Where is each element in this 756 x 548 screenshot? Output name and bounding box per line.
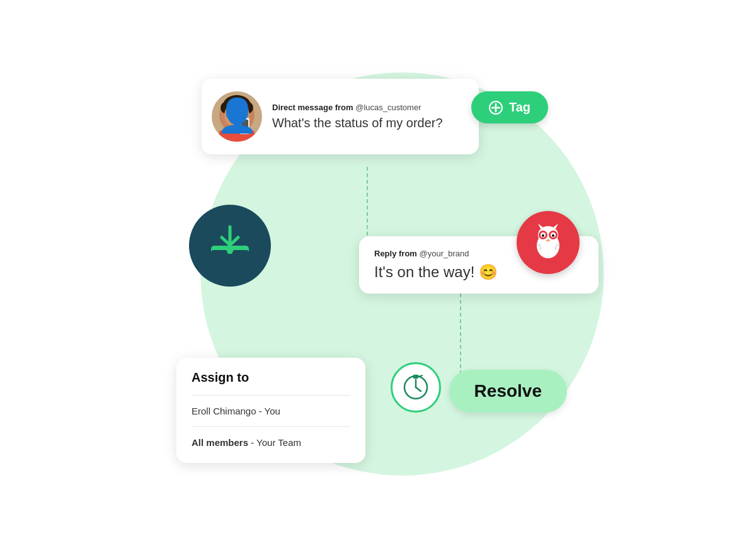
svg-point-11 xyxy=(241,111,244,115)
tag-button[interactable]: Tag xyxy=(471,91,548,123)
inbox-download-icon xyxy=(208,224,252,268)
main-scene: Tag xyxy=(120,28,636,520)
message-sender: Direct message from @lucas_customer xyxy=(272,103,443,112)
assign-title: Assign to xyxy=(192,370,350,385)
assign-option-1[interactable]: Eroll Chimango - You xyxy=(192,403,350,419)
clock-icon-circle xyxy=(391,362,441,413)
svg-line-33 xyxy=(419,375,422,377)
svg-line-31 xyxy=(416,387,421,391)
message-content: Direct message from @lucas_customer What… xyxy=(272,103,443,130)
svg-rect-14 xyxy=(241,120,248,131)
assign-option-2[interactable]: All members - Your Team xyxy=(192,435,350,450)
svg-point-3 xyxy=(219,98,255,133)
tag-button-label: Tag xyxy=(509,100,530,115)
svg-point-10 xyxy=(231,111,234,115)
svg-rect-12 xyxy=(219,130,255,142)
inbox-icon-circle xyxy=(189,205,271,287)
assign-name-1: Eroll Chimango xyxy=(192,406,256,416)
hootsuite-owl-icon xyxy=(529,224,567,261)
assign-suffix-2: - Your Team xyxy=(248,437,301,448)
resolve-label: Resolve xyxy=(474,381,542,401)
svg-point-26 xyxy=(542,234,544,237)
direct-message-card: Direct message from @lucas_customer What… xyxy=(202,79,479,154)
svg-point-9 xyxy=(239,111,245,115)
svg-rect-32 xyxy=(414,375,418,378)
svg-point-6 xyxy=(241,101,253,114)
assign-name-2: All members xyxy=(192,437,248,448)
resolve-button[interactable]: Resolve xyxy=(449,370,567,413)
svg-point-5 xyxy=(220,101,233,114)
clock-icon xyxy=(402,374,430,401)
owl-icon-circle xyxy=(517,211,580,274)
svg-point-7 xyxy=(224,103,249,128)
svg-point-27 xyxy=(552,234,554,237)
plus-circle-icon xyxy=(489,101,503,115)
svg-point-4 xyxy=(223,95,251,115)
svg-rect-13 xyxy=(239,118,249,134)
message-text: What's the status of my order? xyxy=(272,116,443,130)
assign-divider-2 xyxy=(192,426,350,427)
assign-card: Assign to Eroll Chimango - You All membe… xyxy=(176,358,365,463)
assign-divider-1 xyxy=(192,395,350,396)
svg-point-8 xyxy=(229,111,235,115)
assign-suffix-1: - You xyxy=(256,406,280,416)
avatar xyxy=(212,91,262,142)
